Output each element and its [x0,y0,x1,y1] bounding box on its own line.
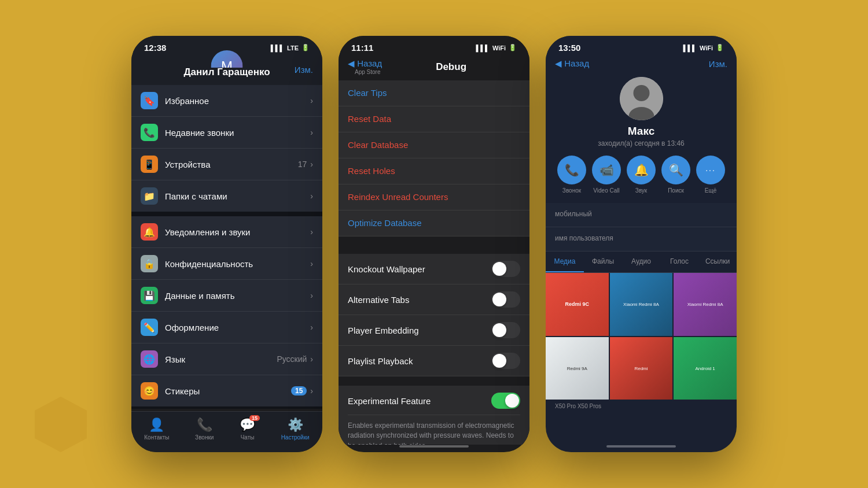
contact-avatar [620,77,663,120]
media-cell-5-inner: Redmi [610,337,673,400]
toggle-alt-tabs[interactable]: Alternative Tabs [339,284,529,315]
tab-chats[interactable]: 💬 15 Чаты [240,417,255,441]
contact-info-username: имя пользователя [546,227,737,252]
sound-btn[interactable]: 🔔 [627,156,656,184]
more-btn[interactable]: ··· [696,156,725,184]
debug-optimize-db[interactable]: Optimize Database [339,210,529,236]
notifications-icon: 🔔 [141,223,158,241]
status-icons-1: ▌▌▌ LTE 🔋 [271,44,310,51]
contact-action-video[interactable]: 📹 Video Call [592,156,621,194]
contact-info-section: мобильный имя пользователя [546,203,737,252]
media-cell-5[interactable]: Redmi [610,337,673,400]
contact-action-more[interactable]: ··· Ещё [696,156,725,194]
media-cell-1-inner: Redmi 9C [546,273,609,336]
tab-voice[interactable]: Голос [660,252,698,272]
username-label: имя пользователя [555,234,727,242]
contacts-tab-label: Контакты [144,434,169,441]
tab-media[interactable]: Медиа [546,252,584,272]
contacts-tab-icon: 👤 [149,417,164,432]
experimental-knob [505,394,519,408]
data-label: Данные и память [165,291,310,301]
tab-files[interactable]: Файлы [584,252,622,272]
debug-section-actions: Clear Tips Reset Data Clear Database Res… [339,80,529,236]
settings-item-favorites[interactable]: 🔖 Избранное › [131,85,322,117]
toggle-alt-tabs-switch[interactable] [491,291,520,308]
media-cell-2[interactable]: Xiaomi Redmi 8A [610,273,673,336]
debug-reindex[interactable]: Reindex Unread Counters [339,184,529,210]
settings-tab-icon: ⚙️ [288,417,303,432]
toggle-playlist-knob [492,354,506,368]
phone-settings: 12:38 ▌▌▌ LTE 🔋 М Данил Гаращенко Изм. 🔖… [131,36,322,452]
toggle-playlist[interactable]: Playlist Playback [339,346,529,376]
debug-clear-tips[interactable]: Clear Tips [339,80,529,106]
settings-item-language[interactable]: 🌐 Язык Русский › [131,343,322,375]
settings-section-2: 🔔 Уведомления и звуки › 🔒 Конфиденциальн… [131,216,322,406]
video-btn[interactable]: 📹 [592,156,621,184]
language-icon: 🌐 [141,350,158,368]
contact-name: Макс [628,125,654,138]
contact-status: заходил(а) сегодня в 13:46 [598,139,685,147]
battery-icon-3: 🔋 [716,44,724,51]
tab-settings[interactable]: ⚙️ Настройки [281,417,310,441]
calls-label: Недавние звонки [165,128,310,138]
phones-container: 12:38 ▌▌▌ LTE 🔋 М Данил Гаращенко Изм. 🔖… [131,36,737,452]
privacy-icon: 🔒 [141,255,158,272]
media-cell-3[interactable]: Xiaomi Redmi 8A [674,273,737,336]
language-label: Язык [165,354,277,364]
media-grid: Redmi 9C Xiaomi Redmi 8A Xiaomi Redmi 8A… [546,273,737,400]
media-cell-6-inner: Android 1 [674,337,737,400]
toggle-knockout[interactable]: Knockout Wallpaper [339,254,529,284]
tab-contacts[interactable]: 👤 Контакты [144,417,169,441]
settings-item-devices[interactable]: 📱 Устройства 17 › [131,149,322,180]
debug-content: Clear Tips Reset Data Clear Database Res… [339,80,529,445]
tab-links[interactable]: Ссылки [698,252,737,272]
settings-item-calls[interactable]: 📞 Недавние звонки › [131,117,322,149]
chats-badge-wrap: 💬 15 [240,417,255,432]
settings-item-notifications[interactable]: 🔔 Уведомления и звуки › [131,216,322,248]
lte-icon: LTE [287,45,299,51]
media-cell-2-inner: Xiaomi Redmi 8A [610,273,673,336]
experimental-toggle[interactable] [491,393,520,409]
toggle-player-embedding[interactable]: Player Embedding [339,315,529,346]
media-cell-1[interactable]: Redmi 9C [546,273,609,336]
media-cell-6[interactable]: Android 1 [674,337,737,400]
contact-info-mobile: мобильный [546,203,737,227]
contact-action-call[interactable]: 📞 Звонок [557,156,586,194]
debug-clear-database[interactable]: Clear Database [339,132,529,158]
toggle-knockout-switch[interactable] [491,261,520,277]
toggle-player-embedding-switch[interactable] [491,322,520,338]
bottom-preview: X50 Pro X50 Pros [546,400,737,413]
settings-item-data[interactable]: 💾 Данные и память › [131,280,322,312]
settings-content: 🔖 Избранное › 📞 Недавние звонки › 📱 Устр… [131,85,322,409]
debug-back-source[interactable]: ◀ Назад App Store [348,58,382,76]
contact-edit-btn[interactable]: Изм. [709,59,727,69]
settings-item-stickers[interactable]: 😊 Стикеры 15 › [131,375,322,406]
contact-action-search[interactable]: 🔍 Поиск [661,156,690,194]
profile-name-1: Данил Гаращенко [183,66,270,78]
edit-button-1[interactable]: Изм. [295,65,313,75]
settings-item-folders[interactable]: 📁 Папки с чатами › [131,180,322,212]
favorites-icon: 🔖 [141,92,158,109]
contact-action-sound[interactable]: 🔔 Звук [627,156,656,194]
calls-tab-label: Звонки [195,434,214,441]
hexagon-decoration [32,395,90,453]
debug-reset-holes[interactable]: Reset Holes [339,158,529,184]
home-indicator-3 [606,445,676,448]
favorites-label: Избранное [165,96,310,106]
debug-reset-data[interactable]: Reset Data [339,106,529,132]
settings-item-appearance[interactable]: ✏️ Оформление › [131,312,322,343]
call-btn[interactable]: 📞 [557,156,586,184]
devices-value: 17 [298,160,307,169]
tab-calls[interactable]: 📞 Звонки [195,417,214,441]
media-cell-4[interactable]: Redmi 9A [546,337,609,400]
search-btn[interactable]: 🔍 [661,156,690,184]
settings-tab-label: Настройки [281,434,310,441]
wifi-icon-3: WiFi [700,45,713,51]
tab-audio[interactable]: Аудио [622,252,660,272]
experimental-label: Experimental Feature [348,396,491,406]
settings-item-privacy[interactable]: 🔒 Конфиденциальность › [131,248,322,280]
toggle-playlist-switch[interactable] [491,353,520,369]
toggle-alt-tabs-knob [492,293,506,306]
contact-back-btn[interactable]: ◀ Назад [555,58,589,69]
signal-icon-1: ▌▌▌ [271,45,284,51]
